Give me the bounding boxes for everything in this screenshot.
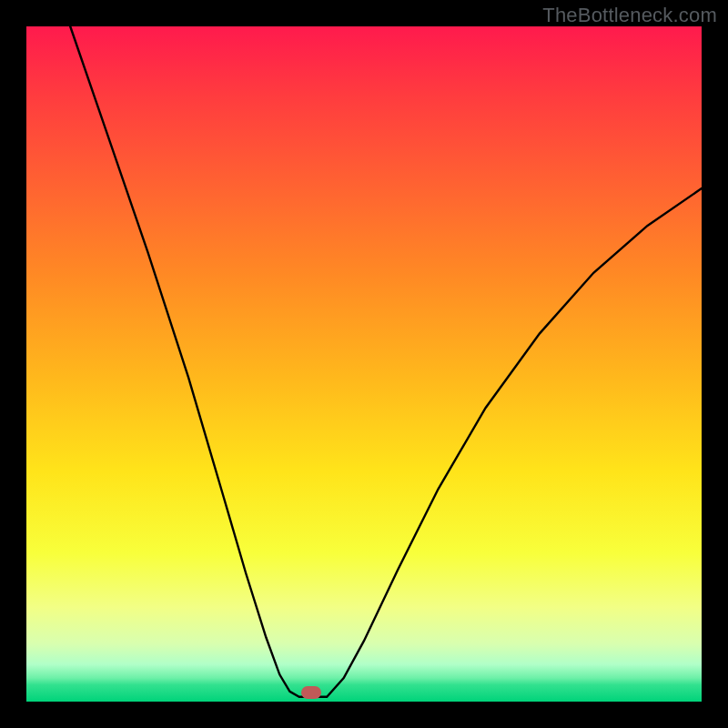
curve-path [70, 26, 702, 697]
watermark-text: TheBottleneck.com [542, 4, 717, 27]
bottleneck-marker [301, 686, 321, 699]
bottleneck-curve [26, 26, 702, 702]
chart-frame: TheBottleneck.com [0, 0, 728, 728]
